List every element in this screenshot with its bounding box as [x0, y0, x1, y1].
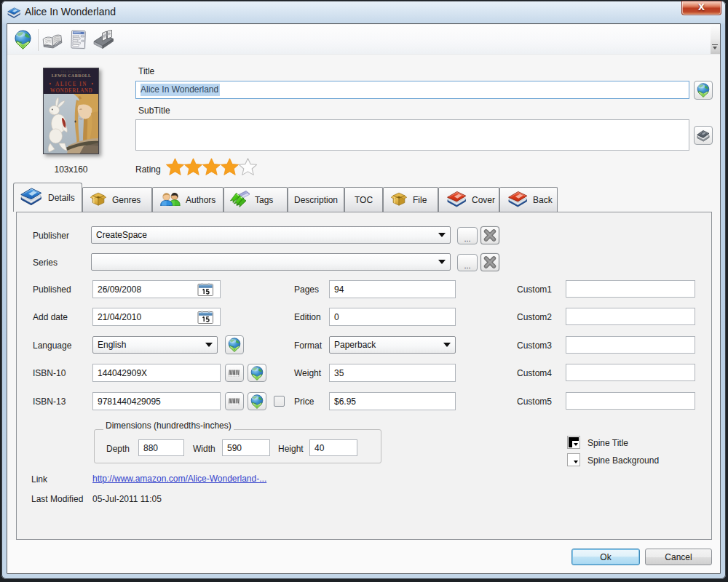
- svg-text:ALICE IN: ALICE IN: [55, 81, 87, 87]
- svg-text:LEWIS CARROLL: LEWIS CARROLL: [52, 73, 92, 78]
- svg-text:THE NURSERY: THE NURSERY: [60, 71, 82, 73]
- svg-text:WONDERLAND: WONDERLAND: [50, 88, 93, 94]
